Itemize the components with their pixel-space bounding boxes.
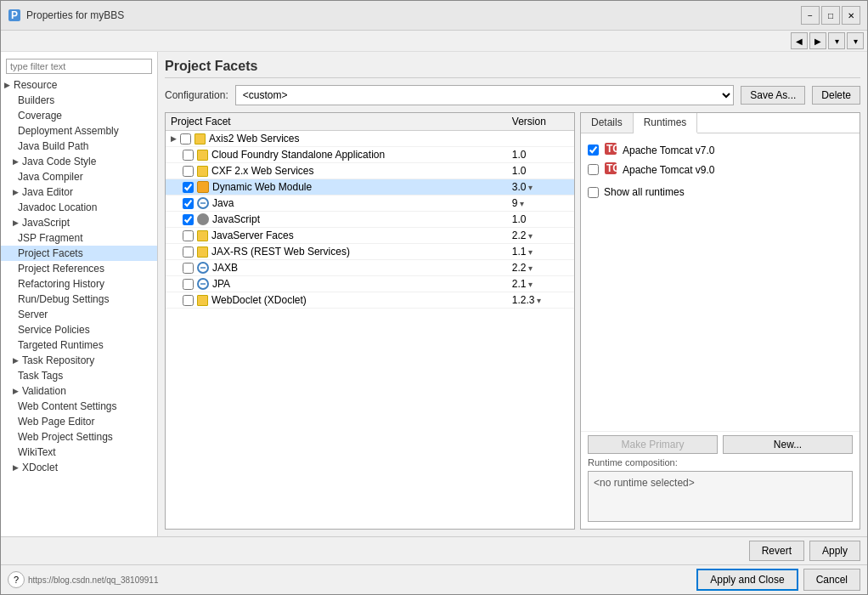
new-runtime-button[interactable]: New... <box>723 435 853 454</box>
facet-name-cell: JAX-RS (REST Web Services) <box>166 244 507 260</box>
apply-close-button[interactable]: Apply and Close <box>696 569 798 591</box>
table-row[interactable]: JavaScript 1.0 <box>166 212 574 228</box>
facet-name-cell: Dynamic Web Module <box>166 179 507 196</box>
table-row[interactable]: Cloud Foundry Standalone Application 1.0 <box>166 147 574 163</box>
revert-button[interactable]: Revert <box>749 541 804 561</box>
sidebar-item-label: Refactoring History <box>18 278 104 290</box>
facet-checkbox[interactable] <box>180 133 191 144</box>
version-dropdown-icon[interactable]: ▾ <box>520 199 524 208</box>
sidebar-item-task-tags[interactable]: Task Tags <box>1 368 157 383</box>
tab-details[interactable]: Details <box>581 113 634 133</box>
tab-runtimes[interactable]: Runtimes <box>634 113 698 133</box>
sidebar-item-task-repository[interactable]: ▶ Task Repository <box>1 353 157 368</box>
sidebar-item-web-content-settings[interactable]: Web Content Settings <box>1 399 157 414</box>
facet-checkbox[interactable] <box>183 166 194 177</box>
sidebar-item-service-policies[interactable]: Service Policies <box>1 322 157 337</box>
runtime-checkbox[interactable] <box>588 144 599 156</box>
table-row[interactable]: CXF 2.x Web Services 1.0 <box>166 163 574 179</box>
right-panel-tabs: Details Runtimes <box>581 113 860 133</box>
sidebar-item-builders[interactable]: Builders <box>1 93 157 108</box>
sidebar-item-deployment-assembly[interactable]: Deployment Assembly <box>1 123 157 139</box>
cancel-button[interactable]: Cancel <box>803 569 860 591</box>
table-row[interactable]: JAX-RS (REST Web Services) 1.1 ▾ <box>166 244 574 260</box>
show-all-row: Show all runtimes <box>588 186 853 198</box>
sidebar-item-java-editor[interactable]: ▶ Java Editor <box>1 184 157 200</box>
table-row[interactable]: JavaServer Faces 2.2 ▾ <box>166 228 574 244</box>
sidebar-item-label: Validation <box>22 385 66 397</box>
sidebar-item-java-compiler[interactable]: Java Compiler <box>1 169 157 184</box>
version-dropdown-icon[interactable]: ▾ <box>528 247 533 257</box>
sidebar-item-jsp-fragment[interactable]: JSP Fragment <box>1 230 157 246</box>
facet-checkbox[interactable] <box>183 182 194 193</box>
version-dropdown-icon[interactable]: ▾ <box>537 296 541 305</box>
version-dropdown-icon[interactable]: ▾ <box>528 280 533 289</box>
facet-checkbox[interactable] <box>183 279 194 290</box>
make-primary-button[interactable]: Make Primary <box>588 435 718 454</box>
save-as-button[interactable]: Save As... <box>741 86 805 105</box>
version-dropdown-icon[interactable]: ▾ <box>528 231 533 241</box>
forward-button[interactable]: ▶ <box>809 32 826 49</box>
facet-label: Dynamic Web Module <box>212 181 312 193</box>
sidebar-item-javadoc-location[interactable]: Javadoc Location <box>1 200 157 215</box>
facet-checkbox[interactable] <box>183 263 194 274</box>
table-row[interactable]: JPA 2.1 ▾ <box>166 276 574 292</box>
show-all-checkbox[interactable] <box>588 187 599 198</box>
sidebar-item-wikitext[interactable]: WikiText <box>1 445 157 460</box>
expand-arrow-icon: ▶ <box>13 218 19 227</box>
sidebar-item-java-build-path[interactable]: Java Build Path <box>1 139 157 154</box>
version-dropdown-icon[interactable]: ▾ <box>528 183 533 192</box>
sidebar-item-refactoring-history[interactable]: Refactoring History <box>1 276 157 292</box>
expand-arrow-icon: ▶ <box>13 157 19 166</box>
facet-version-cell: 2.2 ▾ <box>507 228 574 244</box>
sidebar-item-project-facets[interactable]: Project Facets <box>1 246 157 261</box>
close-button[interactable]: ✕ <box>842 6 860 25</box>
table-row[interactable]: Java 9 ▾ <box>166 196 574 212</box>
sidebar-item-project-references[interactable]: Project References <box>1 261 157 276</box>
sidebar: ▶ Resource Builders Coverage Deployment … <box>1 52 158 536</box>
maximize-button[interactable]: □ <box>821 6 840 25</box>
sidebar-item-server[interactable]: Server <box>1 307 157 322</box>
sidebar-item-label: XDoclet <box>22 462 58 473</box>
runtime-checkbox[interactable] <box>588 164 599 175</box>
back-button[interactable]: ◀ <box>791 32 808 49</box>
facets-area: Project Facet Version ▶ <box>165 112 860 530</box>
sidebar-item-run-debug-settings[interactable]: Run/Debug Settings <box>1 292 157 307</box>
sidebar-item-resource[interactable]: ▶ Resource <box>1 77 157 93</box>
page-icon <box>197 295 208 306</box>
help-button[interactable]: ? <box>8 571 25 588</box>
facet-checkbox[interactable] <box>183 295 194 306</box>
sidebar-item-coverage[interactable]: Coverage <box>1 108 157 123</box>
facet-label: JAX-RS (REST Web Services) <box>211 246 350 258</box>
sidebar-item-web-page-editor[interactable]: Web Page Editor <box>1 414 157 429</box>
facet-checkbox[interactable] <box>183 150 194 161</box>
history-dropdown-button[interactable]: ▾ <box>828 32 845 49</box>
sidebar-item-targeted-runtimes[interactable]: Targeted Runtimes <box>1 337 157 353</box>
sidebar-item-javascript[interactable]: ▶ JavaScript <box>1 215 157 230</box>
sidebar-item-label: Java Compiler <box>18 171 83 183</box>
action-bar: Revert Apply <box>1 536 867 564</box>
facet-checkbox[interactable] <box>183 230 194 241</box>
table-row[interactable]: WebDoclet (XDoclet) 1.2.3 ▾ <box>166 292 574 309</box>
facet-checkbox[interactable] <box>183 198 194 209</box>
table-row[interactable]: Dynamic Web Module 3.0 ▾ <box>166 179 574 196</box>
delete-button[interactable]: Delete <box>812 86 860 105</box>
table-row[interactable]: ▶ Axis2 Web Services <box>166 131 574 147</box>
minimize-button[interactable]: − <box>801 6 820 25</box>
apply-button[interactable]: Apply <box>809 541 860 561</box>
sidebar-item-xdoclet[interactable]: ▶ XDoclet <box>1 460 157 475</box>
sidebar-item-java-code-style[interactable]: ▶ Java Code Style <box>1 154 157 169</box>
search-input[interactable] <box>6 59 152 74</box>
java-icon <box>197 197 209 209</box>
facet-label: JAXB <box>212 262 238 274</box>
config-select[interactable]: <custom> <box>235 85 735 105</box>
sidebar-item-web-project-settings[interactable]: Web Project Settings <box>1 429 157 445</box>
facet-name-cell: WebDoclet (XDoclet) <box>166 292 507 309</box>
facet-checkbox[interactable] <box>183 246 194 258</box>
extra-nav-button[interactable]: ▾ <box>847 32 864 49</box>
version-dropdown-icon[interactable]: ▾ <box>528 264 533 273</box>
facet-label: Java <box>212 197 234 209</box>
facet-version-cell: 2.2 ▾ <box>507 260 574 276</box>
sidebar-item-validation[interactable]: ▶ Validation <box>1 383 157 399</box>
table-row[interactable]: JAXB 2.2 ▾ <box>166 260 574 276</box>
facet-checkbox[interactable] <box>183 214 194 225</box>
